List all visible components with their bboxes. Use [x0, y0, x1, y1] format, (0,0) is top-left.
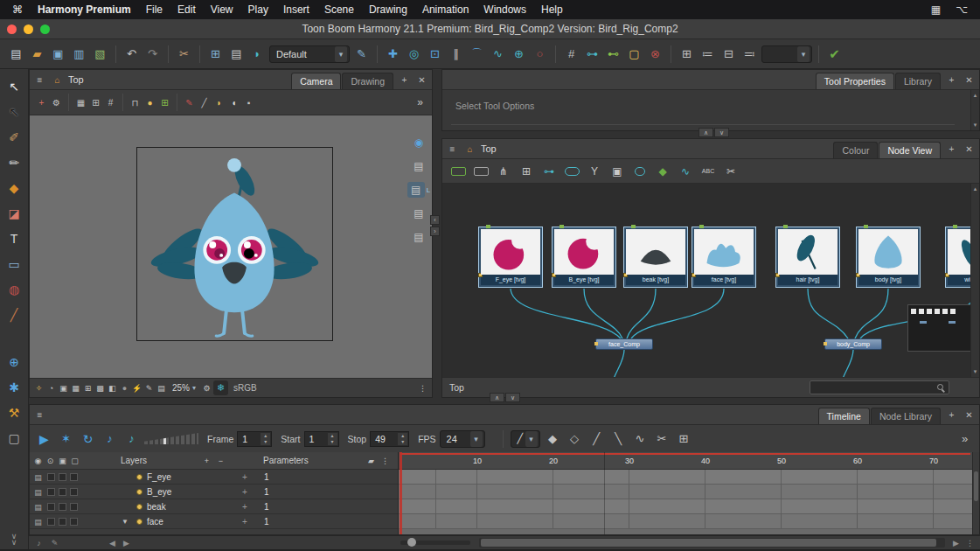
paste-icon[interactable]: ▤	[227, 45, 246, 63]
layer-onion-checkbox[interactable]	[70, 473, 78, 481]
grid-toggle-icon[interactable]: #	[562, 45, 580, 63]
add-layer-icon[interactable]: +	[201, 455, 212, 466]
close-view-icon[interactable]: ✕	[415, 73, 428, 87]
light-bulb-icon[interactable]: ✧	[33, 382, 45, 394]
show-data-icon[interactable]: ▣	[57, 455, 68, 466]
checker-icon[interactable]: ▩	[94, 382, 106, 394]
ease-out-icon[interactable]: ╲	[609, 429, 628, 448]
split-node-icon[interactable]: Y	[586, 163, 603, 180]
current-drawing-icon[interactable]: ◖	[227, 96, 240, 109]
rig-tool-icon[interactable]: ⚒	[3, 404, 24, 422]
sound-button[interactable]: ♪	[101, 429, 119, 448]
timeline-vertical-scrollbar[interactable]	[972, 452, 979, 534]
layer-enable-checkbox[interactable]	[47, 473, 55, 481]
node-face-comp[interactable]: face_Comp	[595, 338, 653, 350]
node-search-box[interactable]	[810, 380, 949, 394]
field-grid-icon[interactable]: ⊞	[675, 429, 693, 448]
node-beak[interactable]: beak [tvg]	[623, 227, 688, 288]
add-display-node-icon[interactable]	[631, 163, 649, 180]
layer-colour-swatch[interactable]	[136, 504, 142, 510]
open-scene-icon[interactable]: ▰	[28, 45, 46, 63]
solo-mode-icon[interactable]: ◉	[32, 455, 44, 466]
node-graph-canvas[interactable]: F_eye [tvg] B_eye [tvg] beak [tvg]	[442, 184, 979, 377]
node-in-port[interactable]	[699, 225, 704, 228]
volume-slider[interactable]	[144, 433, 198, 444]
next-frame-icon[interactable]: ▶	[120, 537, 133, 548]
pivot-icon[interactable]: ⊕	[510, 45, 528, 63]
layer-name[interactable]: B_eye	[147, 487, 171, 497]
splitter-collapse-up[interactable]: ∧	[490, 393, 504, 402]
eraser-tool-icon[interactable]: ◪	[3, 205, 24, 222]
track-row[interactable]	[399, 485, 972, 499]
onion-skin-next-icon[interactable]: ⊷	[604, 45, 622, 63]
scrollbar-thumb[interactable]	[481, 539, 936, 547]
show-grid-icon[interactable]: ▦	[74, 96, 87, 109]
brush-tool-icon[interactable]: ✐	[3, 129, 24, 146]
matte-view-icon[interactable]: ◧	[107, 382, 118, 394]
tool-preset-combo[interactable]: Default ▾	[269, 45, 350, 63]
light-table-icon[interactable]: ◗	[212, 96, 226, 109]
onion-skin-prev-icon[interactable]: ⊶	[583, 45, 601, 63]
minimize-window-button[interactable]	[24, 24, 33, 34]
layer-lock-checkbox[interactable]	[59, 473, 66, 481]
text-tool-icon[interactable]: T	[3, 230, 24, 248]
tab-node-view[interactable]: Node View	[879, 142, 941, 158]
track-row[interactable]	[399, 499, 972, 514]
track-row[interactable]	[399, 514, 972, 529]
motion-mode-combo[interactable]: ╱ ▾	[511, 430, 540, 448]
sound-mini-icon[interactable]: ♪	[32, 537, 45, 548]
panel-menu-icon[interactable]: ≡	[33, 73, 46, 87]
node-search-input[interactable]	[810, 381, 949, 394]
world-view-icon[interactable]: ⊕	[3, 353, 24, 371]
toolbar-overflow-chevrons[interactable]: ∨∨	[11, 534, 17, 546]
cutter-tool-icon[interactable]: ╱	[3, 306, 24, 324]
reset-view-icon[interactable]: ⊗	[646, 45, 664, 63]
layer-enable-checkbox[interactable]	[47, 518, 55, 526]
close-view-icon[interactable]: ✕	[963, 408, 976, 422]
fps-combo[interactable]: 24 ▾	[440, 430, 485, 448]
cut-icon[interactable]: ✂	[175, 45, 193, 63]
lock-icon[interactable]: ●	[143, 96, 156, 109]
display-combo[interactable]: ▾	[761, 45, 812, 63]
annotate-abc-icon[interactable]: ABC	[699, 163, 717, 180]
layer-enable-checkbox[interactable]	[47, 488, 55, 496]
add-view-icon[interactable]: +	[945, 143, 958, 156]
cutter-node-icon[interactable]: ✂	[722, 163, 740, 180]
spline-icon[interactable]: ∿	[489, 45, 507, 63]
stamp-tool-icon[interactable]: ◆	[3, 179, 24, 197]
rotate-tool-icon[interactable]: ◎	[405, 45, 423, 63]
node-f-eye[interactable]: F_eye [tvg]	[478, 227, 543, 288]
connect-cable-icon[interactable]: ⊶	[540, 163, 558, 180]
layer-onion-checkbox[interactable]	[70, 488, 78, 496]
tab-camera[interactable]: Camera	[291, 73, 341, 89]
timeline-horizontal-scrollbar[interactable]	[479, 538, 945, 548]
layer-colour-swatch[interactable]	[136, 489, 142, 495]
layer-name[interactable]: beak	[147, 502, 166, 512]
field-grid-icon[interactable]: ⊞	[678, 45, 696, 63]
tab-drawing[interactable]: Drawing	[342, 73, 393, 89]
enable-all-icon[interactable]: ⊙	[45, 455, 56, 466]
add-view-icon[interactable]: +	[398, 73, 411, 87]
node-hair[interactable]: hair [tvg]	[775, 227, 840, 288]
menu-edit[interactable]: Edit	[177, 3, 196, 16]
node-view-scrollbar[interactable]: ▴▾	[970, 184, 979, 377]
show-sound-waveform-icon[interactable]: ∿	[631, 429, 650, 448]
add-peg-node-icon[interactable]	[449, 163, 467, 180]
node-in-port[interactable]	[560, 225, 564, 228]
track-rows[interactable]	[399, 470, 972, 534]
menu-view[interactable]: View	[211, 3, 233, 16]
outline-mode-icon[interactable]: ○	[531, 45, 549, 63]
loop-button[interactable]: ↻	[79, 429, 97, 448]
splitter-collapse-down[interactable]: ∨	[714, 128, 729, 137]
scale-tool-icon[interactable]: ⊡	[426, 45, 444, 63]
tab-node-library[interactable]: Node Library	[871, 408, 941, 424]
node-in-port[interactable]	[953, 225, 957, 228]
menubar-display-icon[interactable]: ▦	[931, 3, 941, 16]
timeline-zoom-slider[interactable]	[400, 541, 470, 545]
arc-tool-icon[interactable]: ⌒	[468, 45, 486, 63]
show-selection-icon[interactable]: ▢	[69, 455, 80, 466]
node-in-port[interactable]	[486, 225, 490, 228]
close-view-icon[interactable]: ✕	[963, 143, 976, 156]
chevron-down-icon[interactable]: ▾	[335, 46, 347, 62]
add-keyframe-icon[interactable]: ◆	[544, 429, 562, 448]
